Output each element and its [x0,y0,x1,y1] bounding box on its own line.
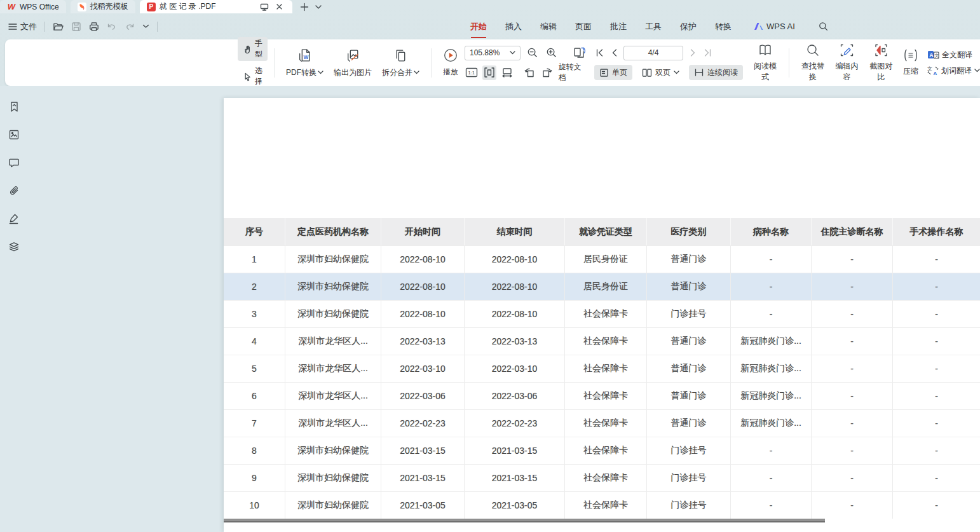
divider [44,22,45,32]
share-to-screen-icon[interactable] [259,1,270,13]
rotate-right-button[interactable] [540,65,554,80]
page-number-input[interactable] [623,46,683,60]
table-cell: 深圳市妇幼保健院 [285,246,381,273]
tab-docer-templates[interactable]: 找稻壳模板 [71,0,135,13]
table-cell: 2022-03-06 [465,383,565,409]
replace-pages-button[interactable] [572,46,587,60]
find-replace-button[interactable]: 查找替换 [796,43,830,83]
chevron-down-icon [510,51,515,55]
table-cell: - [812,328,893,355]
table-row: 9深圳市妇幼保健院2021-03-152021-03-15社会保障卡门诊挂号--… [224,464,980,491]
menu-home[interactable]: 开始 [470,21,487,32]
print-icon[interactable] [89,22,99,32]
hand-tool-button[interactable]: 手型 [238,37,268,61]
comment-icon[interactable] [7,156,21,170]
wps-ai-button[interactable]: WPS AI [754,22,795,31]
read-mode-button[interactable]: 阅读模式 [748,43,782,83]
last-page-button[interactable] [702,46,712,60]
table-header-cell: 开始时间 [381,218,465,245]
close-tab-icon[interactable] [274,1,285,13]
zoom-out-button[interactable] [525,46,540,60]
table-cell: - [812,301,893,327]
open-file-icon[interactable] [53,22,64,32]
tab-wps-home[interactable]: W WPS Office [0,0,66,13]
previous-page-button[interactable] [609,46,619,60]
layers-icon[interactable] [7,240,21,254]
global-search-icon[interactable] [819,22,828,31]
table-cell: 1 [224,246,285,273]
fit-width-button[interactable] [501,65,514,80]
table-cell: - [731,492,812,519]
continuous-read-button[interactable]: 连续阅读 [689,65,743,80]
table-cell: 深圳市龙华区人... [285,328,381,355]
new-tab-button[interactable] [300,3,309,11]
compress-button[interactable]: 压缩 [898,48,923,77]
table-cell: 2021-03-15 [465,465,565,491]
signature-icon[interactable] [7,212,21,226]
pdf-page[interactable]: 序号定点医药机构名称开始时间结束时间就诊凭证类型医疗类别病种名称住院主诊断名称手… [224,98,980,532]
table-header-cell: 结束时间 [465,218,565,245]
edit-content-button[interactable]: 编辑内容 [830,43,864,83]
play-slideshow-button[interactable]: 播放 [438,48,463,78]
menu-annotate[interactable]: 批注 [610,21,627,32]
wps-logo-icon: W [7,3,16,11]
redo-icon[interactable] [125,22,135,31]
zoom-level-select[interactable]: 105.88% [465,46,521,60]
table-cell: 社会保障卡 [565,437,647,464]
export-as-image-button[interactable]: 输出为图片 [329,48,377,78]
undo-icon[interactable] [107,22,117,31]
table-row: 7深圳市龙华区人...2022-02-232022-02-23社会保障卡普通门诊… [224,409,980,437]
pdf-file-icon: P [147,3,156,11]
full-text-translate-button[interactable]: A 文 全文翻译 [927,50,980,60]
double-page-icon [642,68,652,78]
single-page-view-button[interactable]: 单页 [594,65,632,80]
bookmark-icon[interactable] [7,100,21,114]
table-cell: - [812,355,893,382]
table-cell: 普通门诊 [647,410,731,437]
table-cell: 2022-02-23 [381,410,465,437]
table-cell: 2022-08-10 [381,301,465,327]
divider [274,48,275,78]
rotate-left-button[interactable] [522,65,536,80]
attachment-icon[interactable] [7,184,21,198]
tab-list-chevron-icon[interactable] [315,5,322,9]
select-tool-button[interactable]: 选择 [238,64,268,88]
table-cell: 社会保障卡 [565,410,647,437]
menu-convert[interactable]: 转换 [715,21,732,32]
file-menu-button[interactable]: 文件 [8,21,37,32]
rotate-document-label[interactable]: 旋转文档 [559,62,587,83]
page-thumbnail-icon[interactable] [7,128,21,142]
pdf-convert-button[interactable]: W PDF转换 [281,48,329,78]
screenshot-compare-icon [874,43,888,57]
hand-icon [243,44,252,54]
quickbar-more-chevron-icon[interactable] [142,24,149,29]
double-page-view-button[interactable]: 双页 [637,65,684,80]
next-page-button[interactable] [688,46,698,60]
table-cell: 深圳市龙华区人... [285,355,381,382]
svg-text:1:1: 1:1 [468,70,474,76]
split-merge-button[interactable]: 拆分合并 [377,48,425,78]
screenshot-compare-button[interactable]: 截图对比 [864,43,898,83]
divider [431,48,432,78]
menu-tools[interactable]: 工具 [645,21,662,32]
table-cell: 普通门诊 [647,246,731,273]
table-cell: 普通门诊 [647,355,731,382]
first-page-button[interactable] [594,46,604,60]
menu-edit[interactable]: 编辑 [540,21,557,32]
save-icon[interactable] [71,22,81,32]
table-row: 4深圳市龙华区人...2022-03-132022-03-13社会保障卡普通门诊… [224,327,980,355]
menu-page[interactable]: 页面 [575,21,592,32]
table-cell: - [731,437,812,464]
table-cell: - [812,437,893,464]
docer-icon [78,3,86,11]
tab-document-active[interactable]: P 就 医 记 录 .PDF [140,0,292,13]
word-translate-button[interactable]: 文 A 划词翻译 [927,65,980,76]
menu-insert[interactable]: 插入 [505,21,522,32]
book-icon [758,43,773,57]
zoom-in-button[interactable] [544,46,559,60]
table-header-cell: 手术操作名称 [893,218,980,245]
actual-size-button[interactable]: 1:1 [465,65,478,80]
menu-protect[interactable]: 保护 [680,21,697,32]
fit-page-button[interactable] [482,65,496,80]
svg-text:A: A [929,52,934,58]
